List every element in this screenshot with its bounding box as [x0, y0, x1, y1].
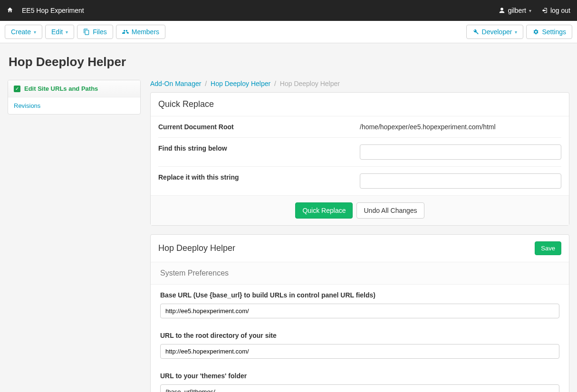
logout-link[interactable]: log out — [541, 7, 570, 14]
user-menu[interactable]: gilbert ▾ — [499, 7, 531, 14]
panel-title: Quick Replace — [158, 99, 214, 109]
sidebar-item-edit-urls[interactable]: Edit Site URLs and Paths — [8, 80, 140, 97]
replace-label: Replace it with this string — [158, 173, 360, 181]
files-button[interactable]: Files — [77, 25, 113, 39]
copy-icon — [83, 29, 90, 35]
field-base-url: Base URL (Use {base_url} to build URLs i… — [151, 285, 569, 325]
panel-subheader: System Preferences — [151, 262, 569, 285]
breadcrumb-link[interactable]: Hop Deeploy Helper — [211, 80, 270, 87]
breadcrumb-current: Hop Deeploy Helper — [280, 80, 340, 87]
breadcrumb-sep: / — [272, 80, 278, 87]
chevron-down-icon: ▾ — [34, 29, 36, 35]
save-button[interactable]: Save — [535, 241, 561, 255]
breadcrumb-link[interactable]: Add-On Manager — [150, 80, 201, 87]
base-url-label: Base URL (Use {base_url} to build URLs i… — [160, 291, 559, 299]
site-name[interactable]: EE5 Hop Experiment — [22, 7, 84, 14]
create-label: Create — [11, 28, 31, 36]
base-url-input[interactable] — [160, 304, 559, 318]
themes-url-label: URL to your 'themes' folder — [160, 372, 559, 380]
edit-button[interactable]: Edit ▾ — [45, 25, 74, 39]
logout-icon — [541, 7, 548, 14]
row-replace-string: Replace it with this string — [158, 167, 561, 195]
settings-button[interactable]: Settings — [526, 25, 572, 39]
doc-root-value: /home/hopexper/ee5.hopexperiment.com/htm… — [360, 123, 561, 131]
breadcrumb: Add-On Manager / Hop Deeploy Helper / Ho… — [150, 80, 569, 87]
site-url-input[interactable] — [160, 344, 559, 359]
edit-label: Edit — [51, 28, 63, 36]
field-site-url: URL to the root directory of your site — [151, 325, 569, 365]
quick-replace-panel: Quick Replace Current Document Root /hom… — [150, 92, 569, 226]
panel-header: Quick Replace — [151, 93, 569, 116]
chevron-down-icon: ▾ — [529, 8, 531, 13]
members-icon — [122, 29, 129, 35]
page-title: Hop Deeploy Helper — [9, 55, 569, 69]
logout-label: log out — [550, 7, 570, 14]
replace-input[interactable] — [360, 173, 561, 189]
user-icon — [499, 7, 505, 14]
home-icon[interactable] — [7, 7, 13, 15]
field-themes-url: URL to your 'themes' folder — [151, 365, 569, 392]
user-name: gilbert — [508, 7, 526, 14]
find-input[interactable] — [360, 144, 561, 160]
gear-icon — [532, 29, 539, 35]
quick-replace-button[interactable]: Quick Replace — [295, 202, 353, 219]
panel-title: Hop Deeploy Helper — [158, 243, 235, 253]
main-content: Add-On Manager / Hop Deeploy Helper / Ho… — [150, 80, 569, 392]
check-icon — [14, 86, 20, 92]
row-doc-root: Current Document Root /home/hopexper/ee5… — [158, 116, 561, 138]
site-url-label: URL to the root directory of your site — [160, 332, 559, 339]
row-find-string: Find this string below — [158, 138, 561, 167]
chevron-down-icon: ▾ — [66, 29, 68, 35]
developer-button[interactable]: Developer ▾ — [466, 25, 524, 39]
toolbar: Create ▾ Edit ▾ Files Members Developer … — [0, 21, 577, 43]
undo-all-button[interactable]: Undo All Changes — [356, 202, 424, 219]
wrench-icon — [472, 29, 479, 35]
doc-root-label: Current Document Root — [158, 123, 360, 131]
themes-url-input[interactable] — [160, 384, 559, 392]
panel-header: Hop Deeploy Helper Save — [151, 235, 569, 262]
files-label: Files — [93, 28, 107, 36]
breadcrumb-sep: / — [203, 80, 209, 87]
create-button[interactable]: Create ▾ — [5, 25, 42, 39]
sidebar: Edit Site URLs and Paths Revisions — [8, 80, 141, 115]
chevron-down-icon: ▾ — [515, 29, 517, 35]
developer-label: Developer — [482, 28, 512, 36]
sidebar-item-label: Revisions — [14, 102, 40, 109]
members-button[interactable]: Members — [116, 25, 165, 39]
sidebar-item-label: Edit Site URLs and Paths — [24, 85, 98, 92]
members-label: Members — [132, 28, 159, 36]
sidebar-item-revisions[interactable]: Revisions — [8, 97, 140, 114]
find-label: Find this string below — [158, 144, 360, 152]
topbar: EE5 Hop Experiment gilbert ▾ log out — [0, 0, 577, 21]
deploy-helper-panel: Hop Deeploy Helper Save System Preferenc… — [150, 234, 569, 392]
settings-label: Settings — [542, 28, 566, 36]
